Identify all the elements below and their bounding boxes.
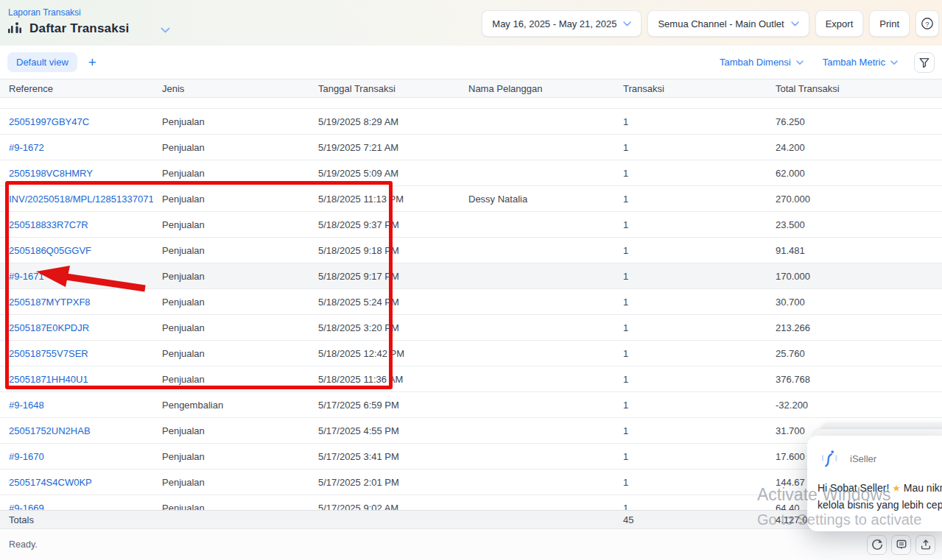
svg-text:?: ? — [925, 20, 929, 28]
reference-link[interactable]: #9-1672 — [9, 142, 44, 153]
column-header-tanggal-transaksi[interactable]: Tanggal Transaksi — [309, 83, 460, 94]
add-metric-label: Tambah Metric — [823, 57, 885, 68]
cell-jenis: Penjualan — [153, 271, 309, 282]
cell-jenis: Penjualan — [153, 374, 309, 385]
cell-jenis: Penjualan — [153, 245, 309, 256]
table-row: #9-1669Penjualan5/17/2025 9:02 AM164.40 — [0, 495, 942, 510]
funnel-icon — [918, 56, 931, 69]
add-view-button[interactable]: + — [88, 55, 96, 69]
cell-total: -32.200 — [767, 400, 942, 411]
tab-default-view[interactable]: Default view — [7, 52, 77, 72]
reference-link[interactable]: 2505187MYTPXF8 — [9, 297, 91, 308]
cell-tanggal: 5/17/2025 6:59 PM — [309, 400, 460, 411]
column-header-total-transaksi[interactable]: Total Transaksi — [767, 83, 942, 94]
column-header-reference[interactable]: Reference — [0, 83, 153, 94]
cell-tanggal: 5/17/2025 4:55 PM — [309, 425, 460, 436]
totals-row: Totals 45 4.127.0 — [0, 510, 942, 528]
filter-button[interactable] — [914, 52, 935, 73]
top-header: Laporan Transaksi Daftar Transaksi May 1… — [0, 0, 942, 46]
reference-link[interactable]: 250518755V7SER — [9, 348, 88, 359]
totals-label: Totals — [0, 514, 153, 525]
cell-reference: INV/20250518/MPL/12851337071 — [0, 194, 153, 205]
cell-nama: Dessy Natalia — [460, 194, 614, 205]
breadcrumb[interactable]: Laporan Transaksi — [8, 7, 81, 18]
cell-total: 213.266 — [767, 322, 942, 333]
table-header: ReferenceJenisTanggal TransaksiNama Pela… — [0, 79, 942, 98]
bar-chart-icon — [7, 21, 24, 36]
chevron-down-icon — [796, 60, 804, 65]
print-button[interactable]: Print — [869, 10, 910, 37]
refresh-button[interactable] — [867, 535, 887, 555]
reference-link[interactable]: #9-1670 — [9, 451, 44, 462]
column-header-nama-pelanggan[interactable]: Nama Pelanggan — [460, 83, 614, 94]
table-row: #9-1670Penjualan5/17/2025 3:41 PM117.600 — [0, 444, 942, 469]
cell-tanggal: 5/19/2025 8:29 AM — [309, 116, 460, 127]
clipped-row — [0, 98, 942, 109]
cell-total: 170.000 — [767, 271, 942, 282]
table-row: 25051752UN2HABPenjualan5/17/2025 4:55 PM… — [0, 418, 942, 444]
cell-transaksi: 1 — [614, 142, 767, 153]
cell-tanggal: 5/18/2025 12:42 PM — [309, 348, 460, 359]
reference-link[interactable]: #9-1671 — [9, 271, 44, 282]
cell-total: 62.000 — [767, 168, 942, 179]
cell-reference: 25051752UN2HAB — [0, 425, 153, 436]
status-bar: Ready. — [0, 528, 942, 560]
cell-tanggal: 5/19/2025 5:09 AM — [309, 168, 460, 179]
cell-reference: #9-1671 — [0, 271, 153, 282]
cell-reference: 25051997GBY47C — [0, 116, 153, 127]
cell-tanggal: 5/18/2025 3:20 PM — [309, 322, 460, 333]
cell-tanggal: 5/17/2025 9:02 AM — [309, 503, 460, 511]
chat-line2: kelola bisnis yang lebih cepa — [818, 499, 942, 511]
cell-total: 270.000 — [767, 194, 942, 205]
table-row: #9-1672Penjualan5/19/2025 7:21 AM124.200 — [0, 135, 942, 160]
reference-link[interactable]: #9-1669 — [9, 503, 44, 511]
table-body: 25051997GBY47CPenjualan5/19/2025 8:29 AM… — [0, 98, 942, 510]
export-data-button[interactable] — [915, 535, 935, 555]
cell-reference: #9-1670 — [0, 451, 153, 462]
cell-total: 25.760 — [767, 348, 942, 359]
cell-total: 23.500 — [767, 219, 942, 230]
reference-link[interactable]: 250518833R7C7R — [9, 219, 88, 230]
table-row: 25051871HH40U1Penjualan5/18/2025 11:36 A… — [0, 366, 942, 392]
cell-reference: #9-1672 — [0, 142, 153, 153]
reference-link[interactable]: 25051752UN2HAB — [9, 425, 91, 436]
cell-transaksi: 1 — [614, 168, 767, 179]
chat-widget[interactable]: iSeller Hi Sobat Seller! ★ Mau nikm kelo… — [807, 436, 942, 531]
table-row: 250518833R7C7RPenjualan5/18/2025 9:37 PM… — [0, 212, 942, 238]
reference-link[interactable]: 2505187E0KPDJR — [9, 322, 89, 333]
channel-outlet-select[interactable]: Semua Channel - Main Outlet — [647, 10, 809, 37]
upload-icon — [920, 539, 932, 550]
cell-reference: 250518755V7SER — [0, 348, 153, 359]
cell-total: 376.768 — [767, 374, 942, 385]
table-row: 2505174S4CW0KPPenjualan5/17/2025 2:01 PM… — [0, 469, 942, 495]
reference-link[interactable]: 2505198VC8HMRY — [9, 168, 93, 179]
add-metric-dropdown[interactable]: Tambah Metric — [823, 57, 898, 68]
add-dimension-dropdown[interactable]: Tambah Dimensi — [720, 57, 804, 68]
feedback-button[interactable] — [891, 535, 911, 555]
reference-link[interactable]: 25051997GBY47C — [9, 116, 89, 127]
cell-jenis: Penjualan — [153, 425, 309, 436]
date-range-select[interactable]: May 16, 2025 - May 21, 2025 — [482, 10, 642, 37]
help-button[interactable]: ? — [915, 10, 939, 37]
chat-line1: Mau nikm — [904, 482, 942, 494]
cell-reference: 2505187E0KPDJR — [0, 322, 153, 333]
chevron-down-icon — [623, 21, 631, 26]
reference-link[interactable]: 25051871HH40U1 — [9, 374, 88, 385]
feedback-icon — [896, 539, 907, 550]
cell-tanggal: 5/18/2025 9:18 PM — [309, 245, 460, 256]
table-row: INV/20250518/MPL/12851337071Penjualan5/1… — [0, 186, 942, 212]
reference-link[interactable]: #9-1648 — [9, 400, 44, 411]
chevron-down-icon[interactable] — [161, 27, 170, 33]
column-header-jenis[interactable]: Jenis — [153, 83, 309, 94]
cell-jenis: Penjualan — [153, 322, 309, 333]
cell-jenis: Penjualan — [153, 219, 309, 230]
export-button[interactable]: Export — [815, 10, 864, 37]
refresh-icon — [871, 539, 883, 550]
reference-link[interactable]: 2505174S4CW0KP — [9, 477, 92, 488]
reference-link[interactable]: INV/20250518/MPL/12851337071 — [9, 194, 153, 205]
cell-transaksi: 1 — [614, 374, 767, 385]
cell-reference: 2505187MYTPXF8 — [0, 297, 153, 308]
cell-transaksi: 1 — [614, 219, 767, 230]
column-header-transaksi[interactable]: Transaksi — [614, 83, 767, 94]
reference-link[interactable]: 2505186Q05GGVF — [9, 245, 91, 256]
